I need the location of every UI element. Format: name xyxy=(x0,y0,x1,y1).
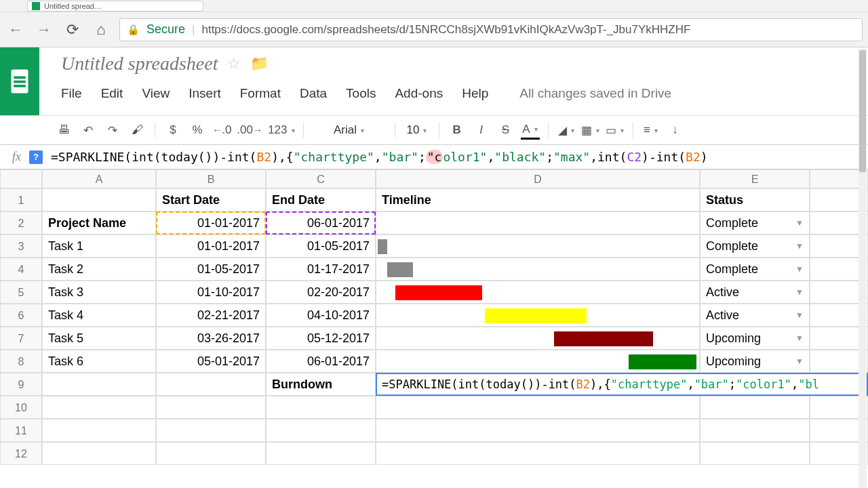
cell-B5[interactable]: 01-10-2017 xyxy=(156,281,266,304)
bold-button[interactable]: B xyxy=(448,121,467,140)
number-format-button[interactable]: 123 xyxy=(268,121,294,140)
row-header-4[interactable]: 4 xyxy=(0,258,42,281)
menu-data[interactable]: Data xyxy=(300,86,327,101)
url-input[interactable]: 🔒 Secure | https://docs.google.com/sprea… xyxy=(119,18,863,41)
cell-A6[interactable]: Task 4 xyxy=(42,304,156,327)
row-header-6[interactable]: 6 xyxy=(0,304,42,327)
browser-tab[interactable]: Untitled spread… xyxy=(27,1,203,12)
row-header-11[interactable]: 11 xyxy=(0,419,42,442)
cell-A4[interactable]: Task 2 xyxy=(42,258,156,281)
cell-D5[interactable] xyxy=(376,281,700,304)
cell-E6[interactable]: Active▼ xyxy=(700,304,810,327)
menu-addons[interactable]: Add-ons xyxy=(395,86,443,101)
row-header-10[interactable]: 10 xyxy=(0,396,42,419)
col-header-B[interactable]: B xyxy=(156,169,266,188)
menu-tools[interactable]: Tools xyxy=(346,86,376,101)
cell-E8[interactable]: Upcoming▼ xyxy=(700,350,810,373)
menu-view[interactable]: View xyxy=(142,86,170,101)
menu-edit[interactable]: Edit xyxy=(101,86,123,101)
valign-button[interactable]: ↓ xyxy=(666,121,685,140)
vertical-scrollbar[interactable] xyxy=(859,49,867,488)
row-header-2[interactable]: 2 xyxy=(0,211,42,235)
col-header-A[interactable]: A xyxy=(42,169,156,188)
cell-A3[interactable]: Task 1 xyxy=(42,235,156,258)
print-button[interactable]: 🖶 xyxy=(54,121,73,140)
cell-C4[interactable]: 01-17-2017 xyxy=(266,258,376,281)
back-button[interactable]: ← xyxy=(5,20,26,40)
cell-C6[interactable]: 04-10-2017 xyxy=(266,304,376,327)
col-header-D[interactable]: D xyxy=(376,169,700,188)
sheets-logo[interactable] xyxy=(0,47,39,115)
cell-D2[interactable] xyxy=(376,211,700,235)
menu-insert[interactable]: Insert xyxy=(189,86,221,101)
menu-file[interactable]: File xyxy=(61,86,82,101)
cell-B7[interactable]: 03-26-2017 xyxy=(156,327,266,350)
strike-button[interactable]: S xyxy=(496,121,515,140)
cell-A5[interactable]: Task 3 xyxy=(42,281,156,304)
italic-button[interactable]: I xyxy=(472,121,491,140)
cell-C3[interactable]: 01-05-2017 xyxy=(266,235,376,258)
redo-button[interactable]: ↷ xyxy=(103,121,122,140)
cell-B8[interactable]: 05-01-2017 xyxy=(156,350,266,373)
formula-text[interactable]: =SPARKLINE(int(today())-int(B2),{"chartt… xyxy=(51,150,708,164)
col-header-E[interactable]: E xyxy=(700,169,810,188)
dropdown-arrow-icon[interactable]: ▼ xyxy=(795,357,804,366)
cell-D1[interactable]: Timeline xyxy=(376,188,700,211)
cell-D9-active[interactable]: =SPARKLINE(int(today())-int(B2),{"chartt… xyxy=(376,373,868,396)
spreadsheet-grid[interactable]: A B C D E 1 Start Date End Date Timeline… xyxy=(0,169,868,465)
percent-button[interactable]: % xyxy=(188,121,207,140)
dropdown-arrow-icon[interactable]: ▼ xyxy=(795,310,804,320)
menu-format[interactable]: Format xyxy=(240,86,281,101)
cell-E4[interactable]: Complete▼ xyxy=(700,258,810,281)
cell-E3[interactable]: Complete▼ xyxy=(700,235,810,258)
folder-icon[interactable]: 📁 xyxy=(250,55,269,73)
cell-A8[interactable]: Task 6 xyxy=(42,350,156,373)
cell-E5[interactable]: Active▼ xyxy=(700,281,810,304)
cell-C8[interactable]: 06-01-2017 xyxy=(266,350,376,373)
cell-B1[interactable]: Start Date xyxy=(156,188,266,211)
borders-button[interactable]: ▦ xyxy=(581,121,600,140)
row-header-7[interactable]: 7 xyxy=(0,327,42,350)
cell-C9[interactable]: Burndown xyxy=(266,373,376,396)
cell-D6[interactable] xyxy=(376,304,700,327)
cell-A9[interactable] xyxy=(42,373,156,396)
cell-E2[interactable]: Complete▼ xyxy=(700,211,810,235)
dropdown-arrow-icon[interactable]: ▼ xyxy=(795,264,804,274)
row-header-5[interactable]: 5 xyxy=(0,281,42,304)
formula-bar[interactable]: fx ? =SPARKLINE(int(today())-int(B2),{"c… xyxy=(0,145,868,169)
cell-D7[interactable] xyxy=(376,327,700,350)
row-header-1[interactable]: 1 xyxy=(0,188,42,211)
row-header-8[interactable]: 8 xyxy=(0,350,42,373)
dec-decrease-button[interactable]: ←.0 xyxy=(212,121,231,140)
reload-button[interactable]: ⟳ xyxy=(62,20,83,40)
font-size-select[interactable]: 10 xyxy=(403,121,431,140)
cell-C2[interactable]: 06-01-2017 xyxy=(266,211,376,235)
font-select[interactable]: Arial xyxy=(312,121,387,140)
cell-B3[interactable]: 01-01-2017 xyxy=(156,235,266,258)
cell-A2[interactable]: Project Name xyxy=(42,211,156,235)
cell-D3[interactable] xyxy=(376,235,700,258)
cell-B2[interactable]: 01-01-2017 xyxy=(156,211,266,235)
formula-help-icon[interactable]: ? xyxy=(29,150,43,164)
merge-button[interactable]: ▭ xyxy=(606,121,625,140)
cell-C1[interactable]: End Date xyxy=(266,188,376,211)
paint-format-button[interactable]: 🖌 xyxy=(127,121,146,140)
halign-button[interactable]: ≡ xyxy=(642,121,660,140)
cell-B9[interactable] xyxy=(156,373,266,396)
row-header-3[interactable]: 3 xyxy=(0,235,42,258)
dropdown-arrow-icon[interactable]: ▼ xyxy=(795,333,804,343)
doc-title[interactable]: Untitled spreadsheet xyxy=(61,53,218,75)
cell-E7[interactable]: Upcoming▼ xyxy=(700,327,810,350)
cell-A1[interactable] xyxy=(42,188,156,211)
text-color-button[interactable]: A xyxy=(521,121,540,140)
cell-E1[interactable]: Status xyxy=(700,188,810,211)
currency-button[interactable]: $ xyxy=(163,121,182,140)
row-header-12[interactable]: 12 xyxy=(0,442,42,465)
cell-B6[interactable]: 02-21-2017 xyxy=(156,304,266,327)
undo-button[interactable]: ↶ xyxy=(79,121,98,140)
menu-help[interactable]: Help xyxy=(462,86,488,101)
dropdown-arrow-icon[interactable]: ▼ xyxy=(795,241,804,251)
col-header-C[interactable]: C xyxy=(266,169,376,188)
row-header-9[interactable]: 9 xyxy=(0,373,42,396)
cell-A10[interactable] xyxy=(42,396,156,419)
